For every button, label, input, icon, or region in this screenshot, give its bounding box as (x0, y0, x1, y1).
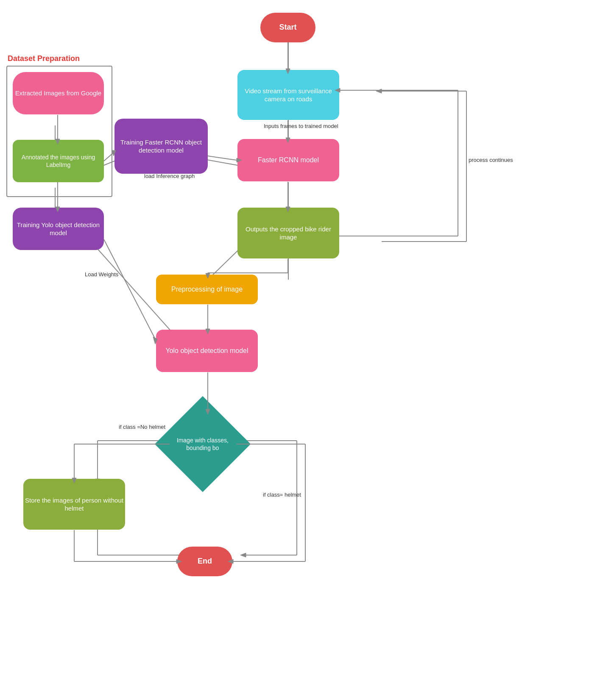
if-no-helmet-label: if class =No helmet (119, 424, 165, 430)
end-node: End (177, 547, 232, 576)
annotated-images-node: Annotated the images using LabelImg (13, 140, 104, 182)
dataset-preparation-title: Dataset Preparation (8, 54, 80, 63)
inputs-frames-label: Inputs frames to trained model (264, 123, 338, 129)
svg-marker-32 (376, 89, 382, 93)
yolo-model-node: Yolo object detection model (156, 330, 258, 372)
load-inference-label: load Inference graph (144, 173, 195, 179)
diamond-node: Image with classes, bounding bo (155, 396, 251, 492)
training-yolo-node: Training Yolo object detection model (13, 208, 104, 250)
svg-line-65 (104, 239, 155, 339)
training-faster-rcnn-node: Training Faster RCNN object detection mo… (114, 119, 208, 174)
extracted-images-node: Extracted Images from Google (13, 72, 104, 114)
video-stream-node: Video stream from surveillance camera on… (237, 70, 339, 120)
flowchart: Dataset Preparation Extracted Images fro… (0, 0, 600, 700)
svg-line-57 (208, 156, 237, 160)
preprocessing-node: Preprocessing of image (156, 275, 258, 304)
start-node: Start (260, 13, 315, 42)
faster-rcnn-model-node: Faster RCNN model (237, 139, 339, 181)
process-continues-label: process continues (469, 157, 513, 163)
if-helmet-label: if class= helmet (263, 492, 301, 498)
svg-marker-28 (240, 553, 246, 557)
store-images-node: Store the images of person without helme… (23, 479, 125, 530)
output-cropped-node: Outputs the cropped bike rider image (237, 208, 339, 258)
load-weights-label: Load Weights (85, 271, 118, 278)
